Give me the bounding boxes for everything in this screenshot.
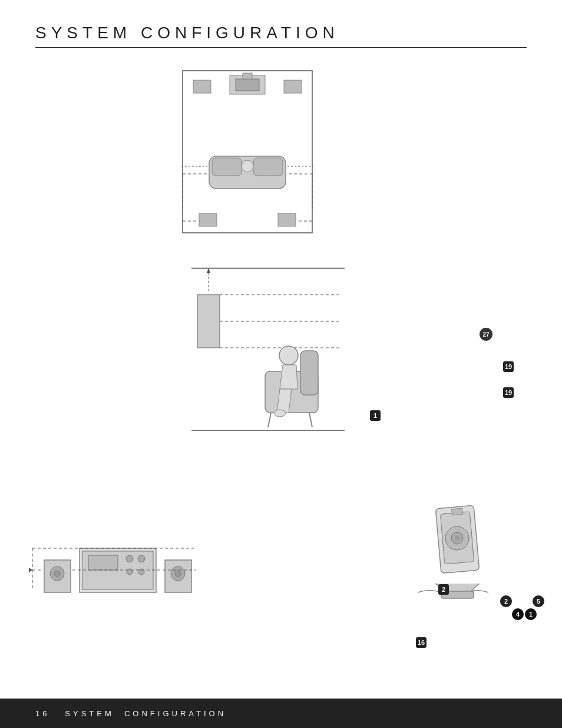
svg-rect-56 [452,508,463,515]
svg-point-31 [279,346,298,365]
svg-point-42 [54,571,60,577]
sideview-svg [174,262,356,445]
svg-rect-0 [183,71,312,233]
page-footer: 16 SYSTEM CONFIGURATION [0,699,562,728]
footer-text: 16 SYSTEM CONFIGURATION [35,709,226,718]
room-topview-diagram [177,65,318,241]
svg-rect-18 [278,213,296,226]
svg-line-29 [268,413,271,427]
svg-rect-3 [236,79,259,91]
badge-19a: 19 [503,361,514,372]
svg-point-14 [242,160,253,172]
speaker-closeup-diagram: 2 [406,492,530,630]
svg-point-36 [126,555,133,562]
header-divider [35,47,527,48]
badge-19b: 19 [503,387,514,398]
svg-rect-5 [284,80,302,93]
audiosys-svg [27,513,203,625]
svg-rect-28 [300,351,318,395]
svg-point-32 [274,410,286,417]
page-header: SYSTEM CONFIGURATION [35,24,527,48]
svg-marker-23 [207,268,210,273]
svg-point-55 [455,536,459,541]
svg-rect-1 [193,80,211,93]
svg-rect-35 [88,555,118,570]
svg-rect-4 [243,73,252,79]
svg-line-30 [309,413,312,427]
svg-point-37 [138,555,145,562]
svg-marker-50 [29,568,32,572]
page-title: SYSTEM CONFIGURATION [35,24,527,42]
spk-closeup-svg [406,492,530,628]
badge-1a: 1 [370,410,381,421]
room-svg [177,65,318,239]
sideview-diagram [174,262,356,447]
badge-27: 27 [480,328,492,341]
audiosys-diagram [27,513,203,627]
svg-rect-21 [197,295,220,348]
svg-point-45 [175,571,181,577]
badge-2a: 2 [438,584,449,595]
svg-rect-12 [212,158,242,176]
badge-16: 16 [416,637,427,648]
svg-rect-13 [253,158,283,176]
svg-rect-17 [199,213,217,226]
